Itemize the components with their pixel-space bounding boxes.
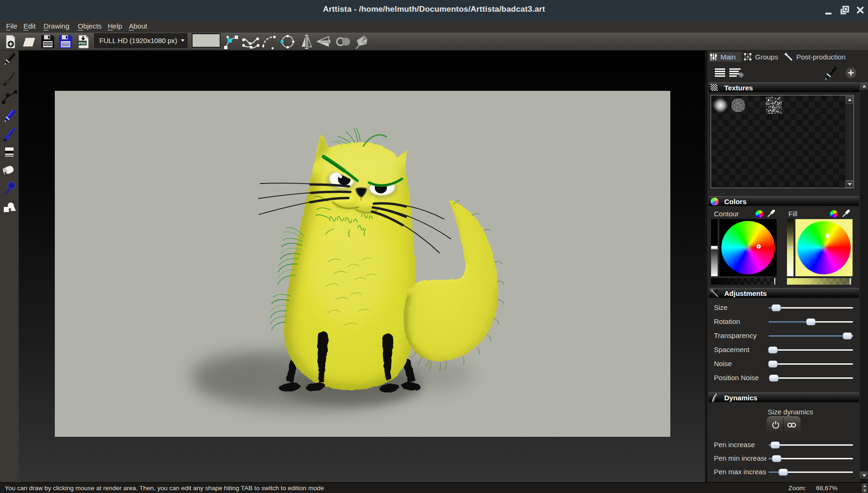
svg-text:PNG: PNG	[79, 42, 86, 45]
